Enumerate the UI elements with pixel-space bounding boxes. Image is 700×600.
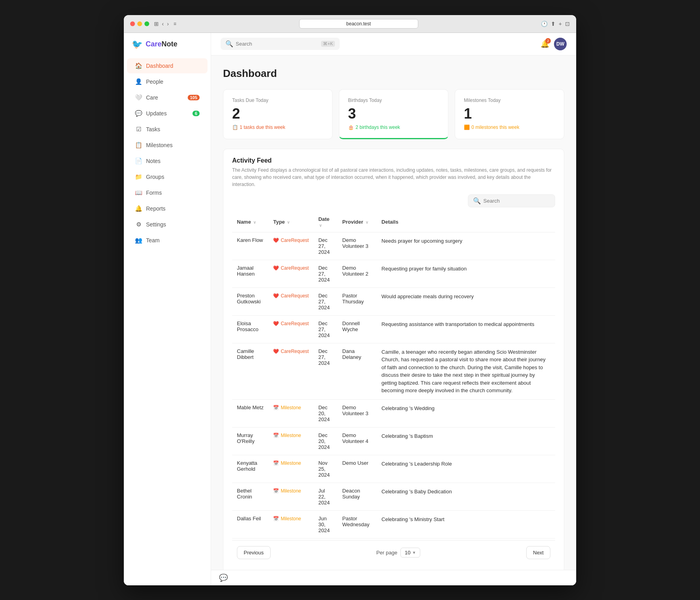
sidebar-item-updates[interactable]: 💬 Updates 6: [127, 106, 208, 121]
forward-button[interactable]: ›: [167, 21, 169, 27]
activity-header: Activity Feed The Activity Feed displays…: [232, 157, 555, 188]
sidebar-item-forms[interactable]: 📖 Forms: [127, 185, 208, 200]
previous-button[interactable]: Previous: [237, 546, 271, 559]
sidebar-label-people: People: [146, 79, 163, 85]
sidebar-item-care[interactable]: 🤍 Care 105: [127, 90, 208, 105]
sidebar-item-reports[interactable]: 🔔 Reports: [127, 201, 208, 216]
cell-name: Dallas Feil: [232, 510, 268, 538]
cell-details: Needs prayer for upcoming surgery: [377, 232, 555, 260]
traffic-light-red[interactable]: [130, 21, 135, 26]
details-text: Requesting prayer for family situation: [381, 266, 467, 272]
notifications-button[interactable]: 🔔 2: [540, 40, 549, 48]
cell-provider: Demo Volunteer 3: [338, 399, 377, 427]
window-tile-button[interactable]: ⊞: [154, 21, 159, 27]
col-type[interactable]: Type ∨: [268, 212, 313, 232]
cell-details: Celebrating 's Leadership Role: [377, 455, 555, 483]
cell-type: 📅 Milestone: [268, 455, 313, 483]
tabs-button[interactable]: ⊡: [565, 21, 570, 27]
care-badge: 105: [188, 95, 200, 100]
per-page-label: Per page: [376, 550, 397, 556]
url-input[interactable]: [299, 19, 418, 29]
sidebar-item-groups[interactable]: 📁 Groups: [127, 169, 208, 184]
stat-value-milestones: 1: [464, 105, 555, 122]
cell-details: Celebrating 's Baby Dedication: [377, 483, 555, 510]
traffic-light-yellow[interactable]: [137, 21, 142, 26]
details-text: Celebrating 's Wedding: [381, 405, 435, 411]
sidebar-item-team[interactable]: 👥 Team: [127, 233, 208, 248]
table-row: Kenyatta Gerhold 📅 Milestone Nov 25, 202…: [232, 455, 555, 483]
sidebar-item-milestones[interactable]: 📋 Milestones: [127, 138, 208, 153]
add-tab-button[interactable]: +: [559, 21, 562, 27]
type-badge: 📅 Milestone: [273, 433, 301, 438]
col-date[interactable]: Date ∨: [313, 212, 337, 232]
forms-icon: 📖: [135, 189, 142, 196]
cell-name: Preston Gutkowski: [232, 288, 268, 315]
type-badge: ❤️ CareRequest: [273, 238, 309, 243]
type-badge: 📅 Milestone: [273, 516, 301, 521]
col-name[interactable]: Name ∨: [232, 212, 268, 232]
col-provider[interactable]: Provider ∨: [338, 212, 377, 232]
cell-provider: Pastor Wednesday: [338, 510, 377, 538]
type-icon: 📅: [273, 516, 279, 521]
cell-provider: Demo Volunteer 4: [338, 427, 377, 455]
tab-controls: ≡: [173, 21, 176, 27]
cell-name: Mable Metz: [232, 399, 268, 427]
sidebar-item-settings[interactable]: ⚙ Settings: [127, 217, 208, 232]
share-button[interactable]: ⬆: [551, 21, 556, 27]
bottom-bar: 💬: [211, 570, 576, 585]
per-page-select[interactable]: 10 ▼: [400, 548, 420, 558]
browser-controls: ⊞ ‹ ›: [154, 21, 169, 27]
cell-date: Jun 30, 2024: [313, 510, 337, 538]
team-icon: 👥: [135, 237, 142, 244]
cell-type: 📅 Milestone: [268, 427, 313, 455]
activity-desc: The Activity Feed displays a chronologic…: [232, 167, 555, 188]
cell-details: Requesting prayer for family situation: [377, 260, 555, 288]
avatar[interactable]: DW: [554, 38, 567, 50]
traffic-light-green[interactable]: [144, 21, 149, 26]
back-button[interactable]: ‹: [162, 21, 164, 27]
table-row: Jamaal Hansen ❤️ CareRequest Dec 27, 202…: [232, 260, 555, 288]
cell-name: Kenyatta Gerhold: [232, 455, 268, 483]
activity-table: Name ∨ Type ∨ Date ∨ Provider ∨ Details …: [232, 212, 555, 539]
cell-provider: Demo User: [338, 455, 377, 483]
clock-button[interactable]: 🕐: [541, 21, 548, 27]
stats-row: Tasks Due Today 2 📋 1 tasks due this wee…: [223, 89, 564, 139]
next-button[interactable]: Next: [526, 546, 550, 559]
details-text: Celebrating 's Ministry Start: [381, 516, 444, 522]
stat-label-tasks: Tasks Due Today: [232, 98, 323, 103]
chevron-down-icon: ▼: [412, 550, 416, 555]
cell-type: ❤️ CareRequest: [268, 315, 313, 343]
sidebar-logo: 🐦 CareNote: [124, 39, 211, 58]
cell-date: Nov 25, 2024: [313, 455, 337, 483]
cell-date: Dec 27, 2024: [313, 315, 337, 343]
stat-sub-birthdays: 🎂 2 birthdays this week: [348, 125, 439, 130]
milestones-icon: 📋: [135, 142, 142, 149]
sidebar-item-tasks[interactable]: ☑ Tasks: [127, 122, 208, 137]
activity-search-field[interactable]: [483, 198, 550, 204]
sidebar-item-dashboard[interactable]: 🏠 Dashboard: [127, 58, 208, 73]
sidebar-item-notes[interactable]: 📄 Notes: [127, 153, 208, 169]
sidebar-label-tasks: Tasks: [146, 126, 160, 132]
main-content: Dashboard Tasks Due Today 2 📋 1 tasks du…: [211, 56, 576, 570]
stat-value-tasks: 2: [232, 105, 323, 122]
logo-icon: 🐦: [132, 39, 142, 50]
details-text: Celebrating 's Baby Dedication: [381, 489, 452, 495]
cell-details: Celebrating 's Ministry Start: [377, 510, 555, 538]
search-input[interactable]: [236, 41, 319, 47]
stat-value-birthdays: 3: [348, 105, 439, 122]
cell-name: Eloisa Prosacco: [232, 315, 268, 343]
details-text: Needs prayer for upcoming surgery: [381, 238, 462, 244]
search-bar: 🔍 ⌘+K: [221, 38, 340, 50]
milestones-sub-icon: 🟧: [464, 125, 470, 130]
top-bar-right: 🔔 2 DW: [540, 38, 567, 50]
activity-search-icon: 🔍: [473, 197, 481, 205]
cell-type: 📅 Milestone: [268, 483, 313, 510]
address-bar: [181, 19, 536, 29]
sidebar-item-people[interactable]: 👤 People: [127, 74, 208, 89]
details-text: Requesting assistance with transportatio…: [381, 321, 534, 327]
help-icon[interactable]: 💬: [219, 574, 228, 582]
browser-chrome: ⊞ ‹ › ≡ 🕐 ⬆ + ⊡: [124, 15, 576, 33]
type-badge: 📅 Milestone: [273, 488, 301, 494]
reader-button[interactable]: ≡: [173, 21, 176, 27]
cell-type: ❤️ CareRequest: [268, 288, 313, 315]
